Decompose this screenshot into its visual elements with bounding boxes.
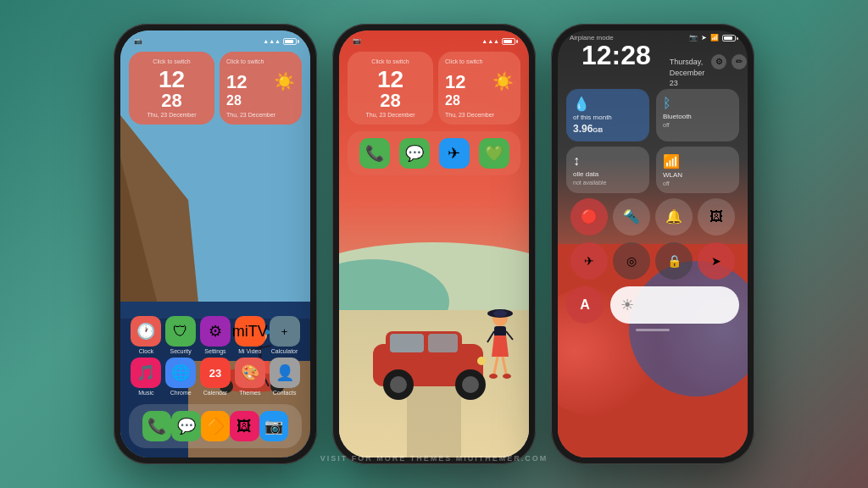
clock-widget[interactable]: Click to switch 12 28 Thu, 23 December [129, 52, 214, 125]
app-calculator[interactable]: + Calculator [270, 316, 300, 354]
mivideo-label: Mi Video [238, 348, 261, 354]
p2-phone-icon[interactable]: 📞 [359, 138, 390, 169]
calculator-label: Calculator [271, 348, 298, 354]
wifi-icon: 📶 [663, 153, 732, 169]
app-themes[interactable]: 🎨 Themes [235, 358, 265, 396]
cc-settings-icon[interactable]: ⚙ [711, 54, 726, 69]
app-clock[interactable]: 🕐 Clock [131, 316, 161, 354]
p2-weather-day: Thu, 23 December [445, 112, 514, 118]
weather-temp: 12 [226, 71, 247, 93]
silent-btn[interactable]: 🔴 [570, 198, 608, 236]
cast-btn[interactable]: 🖼 [698, 198, 735, 236]
security-icon: 🛡 [165, 316, 196, 347]
signal-icon: ↕ [573, 153, 643, 169]
mobile-label: olle data [573, 170, 643, 178]
bluetooth-icon: ᛒ [663, 96, 732, 111]
clock-label: Clock [139, 348, 154, 354]
lock-btn[interactable]: 🔒 [655, 242, 693, 280]
app-calendar[interactable]: 23 Calendar [200, 358, 231, 396]
control-center-date: Thursday, December 23 [670, 57, 705, 89]
airplane-btn[interactable]: ✈ [570, 242, 608, 280]
location-btn[interactable]: ➤ [698, 242, 735, 280]
phone1-dock: 📞 💬 🔶 🖼 📷 [129, 404, 302, 448]
watermark-text: VISIT FOR MORE THEMES MIUITHEMER.COM [320, 454, 548, 463]
p2-weather-temp: 12 [445, 71, 465, 93]
dock-gallery-icon[interactable]: 🔶 [201, 411, 230, 441]
cc-edit-icon[interactable]: ✏ [732, 54, 747, 69]
contacts-icon: 👤 [270, 358, 300, 388]
p2-clock-date: Thu, 23 December [366, 112, 415, 118]
phone3-screen: Airplane mode 📷 ➤ 📶 12:28 Thursday, Dece… [558, 30, 748, 458]
data-value: 3.96GB [573, 123, 643, 135]
flashlight-btn[interactable]: 🔦 [613, 198, 650, 236]
brightness-slider[interactable]: ☀ [610, 286, 739, 324]
app-security[interactable]: 🛡 Security [165, 316, 196, 354]
weather-widget[interactable]: Click to switch 12 28 ☀️ Thu, 23 Decembe… [220, 52, 302, 125]
phone2-screen: 📷 ▲▲▲ Click to switch 12 28 Thu, 23 Dece… [339, 30, 529, 458]
data-tile[interactable]: 💧 of this month 3.96GB [566, 89, 649, 141]
clock-click-label: Click to switch [153, 58, 190, 64]
settings-icon: ⚙ [200, 316, 231, 347]
app-chrome[interactable]: 🌐 Chrome [165, 358, 196, 396]
control-center-time: 12:28 [570, 42, 663, 69]
chrome-label: Chrome [170, 390, 192, 396]
phone-middle: 📷 ▲▲▲ Click to switch 12 28 Thu, 23 Dece… [332, 24, 536, 464]
p2-sun-icon: ☀️ [492, 71, 514, 92]
home-indicator [636, 329, 670, 331]
p2-weather-widget[interactable]: Click to switch 12 28 ☀️ Thu, 23 Decembe… [438, 52, 520, 125]
wlan-label: WLAN [663, 171, 732, 179]
dock-photos-icon[interactable]: 🖼 [230, 411, 259, 441]
focus-btn[interactable]: ◎ [613, 242, 650, 280]
dock-phone-icon[interactable]: 📞 [142, 411, 171, 441]
p2-wechat-icon[interactable]: 💚 [479, 138, 509, 169]
music-label: Music [138, 390, 153, 396]
sun-icon: ☀️ [274, 71, 295, 92]
bluetooth-label: Bluetooth [663, 113, 732, 120]
svg-point-37 [503, 374, 511, 379]
app-settings[interactable]: ⚙ Settings [200, 316, 231, 354]
calculator-icon: + [270, 316, 300, 347]
phone2-status-bar: 📷 ▲▲▲ [339, 30, 529, 48]
a-label: A [580, 297, 590, 313]
app-mivideo[interactable]: miTV Mi Video [235, 316, 265, 354]
music-icon: 🎵 [131, 358, 161, 388]
p2-apps-row: 📞 💬 ✈ 💚 [348, 131, 520, 175]
p2-message-icon[interactable]: 💬 [399, 138, 430, 169]
bluetooth-tile[interactable]: ᛒ Bluetooth off [656, 89, 739, 141]
mobile-data-tile[interactable]: ↕ olle data not available [566, 147, 649, 193]
dock-camera-icon[interactable]: 📷 [259, 411, 288, 441]
calendar-icon: 23 [200, 358, 231, 388]
wlan-status: off [663, 180, 732, 186]
phone-right: Airplane mode 📷 ➤ 📶 12:28 Thursday, Dece… [551, 24, 754, 464]
p2-clock-day: 28 [380, 92, 400, 110]
themes-label: Themes [239, 390, 260, 396]
mobile-status: not available [573, 180, 643, 186]
data-icon: 💧 [573, 96, 643, 112]
brightness-icon: ☀ [620, 296, 634, 314]
svg-point-36 [489, 374, 498, 379]
weather-date: 28 [226, 93, 247, 108]
dock-message-icon[interactable]: 💬 [171, 411, 200, 441]
calendar-label: Calendar [203, 390, 227, 396]
clock-date: Thu, 23 December [147, 112, 197, 118]
clock-hour: 12 [159, 68, 185, 92]
weather-click-label: Click to switch [226, 58, 295, 64]
a-btn[interactable]: A [566, 286, 604, 324]
clock-day: 28 [161, 92, 181, 110]
p2-clock-hour: 12 [377, 68, 403, 92]
apps-row1: 🕐 Clock 🛡 Security ⚙ Settings miTV Mi Vi… [129, 316, 302, 354]
notification-btn[interactable]: 🔔 [655, 198, 693, 236]
settings-label: Settings [204, 348, 225, 354]
wlan-tile[interactable]: 📶 WLAN off [656, 147, 739, 193]
app-contacts[interactable]: 👤 Contacts [270, 358, 300, 396]
chrome-icon: 🌐 [165, 358, 196, 388]
app-music[interactable]: 🎵 Music [131, 358, 161, 396]
cc-date-line2: 23 [670, 78, 705, 89]
p2-mail-icon[interactable]: ✈ [439, 138, 470, 169]
p2-clock-widget[interactable]: Click to switch 12 28 Thu, 23 December [348, 52, 433, 125]
phone-left: 📷 ▲▲▲ Click to switch 12 28 Thu, 23 Dece… [114, 24, 317, 464]
p2-clock-click-label: Click to switch [371, 58, 409, 64]
contacts-label: Contacts [273, 390, 297, 396]
phone1-screen: 📷 ▲▲▲ Click to switch 12 28 Thu, 23 Dece… [120, 30, 310, 458]
themes-icon: 🎨 [235, 358, 265, 388]
